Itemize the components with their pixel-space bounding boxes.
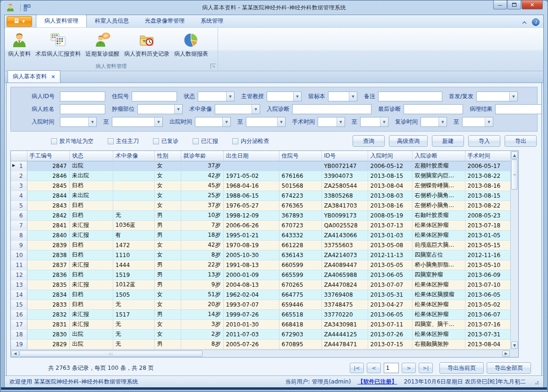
checkbox-endocrine-exam[interactable]: 内分泌检查 <box>232 137 269 145</box>
cell[interactable]: 33904073 <box>321 171 368 181</box>
cell[interactable]: 2000-01-09 <box>223 270 279 280</box>
cell[interactable]: 2013-06-05 <box>368 270 412 280</box>
table-row[interactable]: 172831未汇报无女3岁2010-01-30668418ZA343098120… <box>11 319 510 329</box>
filter-input-final-dx[interactable] <box>404 104 463 114</box>
cell[interactable]: 42岁 <box>181 240 223 250</box>
cell[interactable]: ZA4089447 <box>321 260 368 270</box>
scroll-left-icon[interactable]: ◀ <box>11 350 19 357</box>
cell[interactable]: 2013-06-07 <box>465 309 510 319</box>
row-header[interactable]: 10 <box>11 250 27 260</box>
row-header[interactable]: 5 <box>11 200 27 210</box>
cell[interactable]: 女 <box>154 181 181 191</box>
cell[interactable]: 2832 <box>27 309 69 319</box>
cell[interactable] <box>113 191 154 200</box>
chevron-down-icon[interactable]: ▼ <box>380 117 388 126</box>
ribbon-tab-department-staff[interactable]: 科室人员信息 <box>87 15 137 27</box>
chevron-down-icon[interactable]: ▼ <box>88 117 96 126</box>
cell[interactable]: ZA3841703 <box>321 200 368 210</box>
cell[interactable]: 33755603 <box>321 240 368 250</box>
table-row[interactable]: 72841未汇报1036蓝男7岁2006-06-26670723QA002552… <box>11 220 510 230</box>
cell[interactable]: 8岁 <box>181 250 223 260</box>
cell[interactable]: 2836 <box>27 270 69 280</box>
cell[interactable]: 男 <box>154 210 181 220</box>
cell[interactable]: 右侧桥小脑角... <box>412 191 465 200</box>
cell[interactable]: 2829 <box>27 339 69 349</box>
filter-input-admission-dx[interactable] <box>292 104 371 114</box>
last-page-button[interactable]: >| <box>419 363 433 373</box>
cell[interactable]: 665518 <box>279 309 321 319</box>
chevron-down-icon[interactable]: ▼ <box>174 105 182 114</box>
cell[interactable]: YB0072147 <box>321 161 368 171</box>
row-header[interactable]: 2 <box>11 171 27 181</box>
cell[interactable]: 2013-07-18 <box>465 220 510 230</box>
cell[interactable]: 1970-08-19 <box>223 240 279 250</box>
filter-input-inpatient-no[interactable] <box>132 92 177 101</box>
cell[interactable]: 2013-06-09 <box>465 270 510 280</box>
cell[interactable]: 男 <box>154 270 181 280</box>
cell[interactable]: 2013-07-07 <box>368 280 412 290</box>
ribbon-button-postop-report[interactable]: 术后病人汇报资料 <box>33 30 83 59</box>
cell[interactable]: 归档 <box>69 250 113 260</box>
cell[interactable]: 1998-12-09 <box>223 210 279 220</box>
page-number-input[interactable] <box>384 363 399 373</box>
cell[interactable]: 2843 <box>27 200 69 210</box>
horizontal-scroll-thumb[interactable]: ||| <box>19 350 202 357</box>
cell[interactable]: 1995-01-21 <box>223 230 279 240</box>
cell[interactable]: 未出院 <box>69 171 113 181</box>
cell[interactable]: 归档 <box>69 300 113 309</box>
cell[interactable]: 2013-05-02 <box>465 300 510 309</box>
cell[interactable]: 1968-04-16 <box>223 181 279 191</box>
cell[interactable]: 双侧脑室内巨... <box>412 171 465 181</box>
cell[interactable]: 桥小脑角胆脂... <box>412 260 465 270</box>
cell[interactable]: 松果体区肿瘤 <box>412 280 465 290</box>
cell[interactable]: 未汇报 <box>69 319 113 329</box>
cell[interactable]: 7岁 <box>181 220 223 230</box>
cell[interactable]: 2013-08-22 <box>465 171 510 181</box>
cell[interactable]: 643332 <box>279 230 321 240</box>
cell[interactable]: 2013-08-15 <box>465 191 510 200</box>
ribbon-button-patient-info[interactable]: 病人资料 <box>6 30 33 59</box>
tab-patient-basic-info[interactable]: 病人基本资料 × <box>8 70 60 83</box>
cell[interactable]: 男 <box>154 220 181 230</box>
cell[interactable]: 2005-07-26 <box>223 339 279 349</box>
chevron-down-icon[interactable]: ▼ <box>252 105 260 114</box>
cell[interactable]: 1012蓝 <box>113 280 154 290</box>
cell[interactable]: 归档 <box>69 270 113 280</box>
table-row[interactable]: 62842归档无男10岁1998-12-09367893YB0099173200… <box>11 210 510 220</box>
cell[interactable]: 660599 <box>279 260 321 270</box>
cell[interactable]: 670265 <box>279 280 321 290</box>
cell[interactable]: 有 <box>113 230 154 240</box>
cell[interactable]: 女 <box>154 191 181 200</box>
column-header[interactable]: 术中录像 <box>113 151 154 161</box>
column-header[interactable]: ID号 <box>321 151 368 161</box>
cell[interactable]: 33769408 <box>321 290 368 300</box>
cell[interactable]: 33805268 <box>321 191 368 200</box>
column-header[interactable]: 入院诊断 <box>412 151 465 161</box>
cell[interactable]: 女 <box>154 171 181 181</box>
filter-combo-admit-from[interactable]: ▼ <box>60 117 97 127</box>
cell[interactable]: 2846 <box>27 171 69 181</box>
cell[interactable]: 松果体区肿瘤 <box>412 300 465 309</box>
cell[interactable]: QA0025528 <box>321 220 368 230</box>
scroll-down-icon[interactable]: ▼ <box>511 342 518 349</box>
cell[interactable]: 2013-08-03 <box>368 191 412 200</box>
checkbox-box-icon[interactable] <box>108 138 114 144</box>
cell[interactable]: 2839 <box>27 240 69 250</box>
cell[interactable]: 四脑室、脑干... <box>412 319 465 329</box>
app-menu-button[interactable]: ▼ <box>7 16 32 27</box>
chevron-down-icon[interactable]: ▼ <box>226 92 234 101</box>
cell[interactable]: 无 <box>113 339 154 349</box>
cell[interactable]: 未汇报 <box>69 309 113 319</box>
table-row[interactable]: 192829出院无男8岁2005-07-26670895ZA4478471201… <box>11 339 510 349</box>
checkbox-box-icon[interactable] <box>232 138 238 144</box>
cell[interactable]: 2013-07-31 <box>465 329 510 339</box>
cell[interactable]: 661228 <box>279 240 321 250</box>
horizontal-scrollbar[interactable]: ◀ ||| ▶ <box>11 350 510 357</box>
prev-page-button[interactable]: < <box>367 363 381 373</box>
checkbox-box-icon[interactable] <box>153 138 159 144</box>
cell[interactable]: 2013-08-04 <box>465 339 510 349</box>
cell[interactable]: 2012-11-16 <box>465 250 510 260</box>
column-header[interactable]: 入院时间 <box>368 151 412 161</box>
column-header[interactable]: 住院号 <box>279 151 321 161</box>
minimize-button[interactable]: — <box>493 0 507 9</box>
